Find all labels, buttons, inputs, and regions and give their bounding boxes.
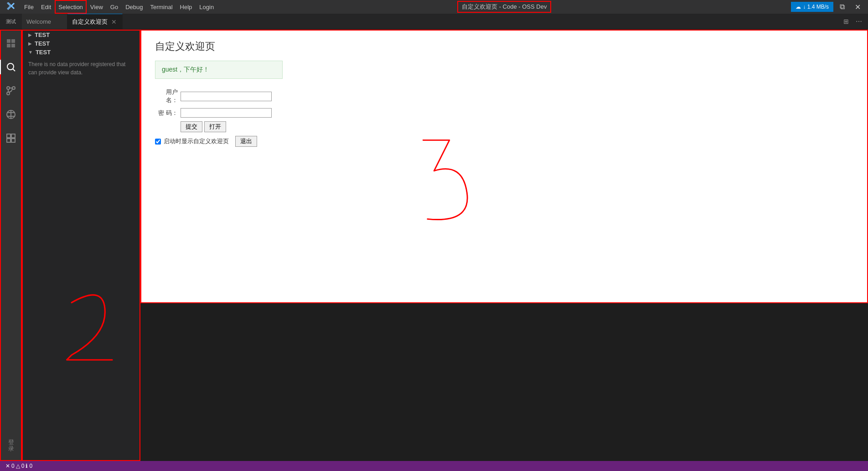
tab-actions: ⊞ ⋯	[841, 16, 868, 27]
warning-icon: △	[16, 463, 20, 469]
password-input[interactable]	[181, 108, 272, 118]
show-welcome-label[interactable]: 启动时显示自定义欢迎页	[164, 137, 229, 145]
svg-rect-11	[7, 139, 10, 142]
logout-button[interactable]: 退出	[235, 136, 257, 147]
sidebar-item-explorer[interactable]	[0, 32, 22, 54]
svg-point-2	[7, 87, 10, 89]
sidebar-panel: ▶ TEST ▶ TEST ▼ TEST There is no data pr…	[22, 30, 140, 461]
svg-rect-9	[7, 134, 10, 138]
sidebar-item-source-control[interactable]	[0, 80, 22, 102]
main-layout: 登 录 ▶ TEST ▶ TEST ▼ TEST There is no dat…	[0, 30, 868, 461]
svg-point-0	[7, 63, 14, 70]
activity-bottom: 登 录	[0, 435, 22, 460]
errors-indicator[interactable]: ✕ 0 △ 0 ℹ 0	[4, 463, 34, 469]
username-row: 用户名：	[155, 88, 853, 104]
sidebar-tree: ▶ TEST ▶ TEST ▼ TEST There is no data pr…	[23, 31, 140, 245]
error-count: 0	[11, 463, 15, 469]
greeting-box: guest，下午好！	[155, 61, 283, 79]
tree-label-0: TEST	[35, 31, 50, 38]
statusbar-left: ✕ 0 △ 0 ℹ 0	[4, 463, 34, 469]
account-line2: 录	[8, 445, 14, 452]
activity-bar: 登 录	[0, 30, 22, 461]
tab-custom-welcome[interactable]: 自定义欢迎页 ✕	[67, 14, 123, 29]
tree-arrow-0: ▶	[28, 32, 32, 37]
network-speed-button[interactable]: ☁ ↓ 1.4 MB/s	[791, 2, 833, 12]
close-button[interactable]: ✕	[851, 0, 864, 14]
tree-item-0[interactable]: ▶ TEST	[23, 31, 140, 39]
tab-welcome[interactable]: Welcome	[22, 14, 67, 29]
error-icon: ✕	[5, 463, 10, 469]
app-logo	[0, 2, 21, 11]
menu-edit[interactable]: Edit	[37, 0, 55, 14]
titlebar: File Edit Selection View Go Debug Termin…	[0, 0, 868, 14]
submit-button[interactable]: 提交	[181, 121, 202, 132]
tree-label-2: TEST	[36, 49, 51, 56]
tree-label-1: TEST	[35, 40, 50, 47]
username-input[interactable]	[181, 92, 272, 101]
tree-item-1[interactable]: ▶ TEST	[23, 39, 140, 48]
tab-bar: 测试 Welcome 自定义欢迎页 ✕ ⊞ ⋯	[0, 14, 868, 30]
tab-custom-welcome-label: 自定义欢迎页	[72, 18, 108, 26]
sidebar-item-extensions[interactable]	[0, 127, 22, 149]
menu-terminal[interactable]: Terminal	[146, 0, 176, 14]
window-title: 自定义欢迎页 - Code - OSS Dev	[217, 1, 791, 13]
status-bar: ✕ 0 △ 0 ℹ 0	[0, 461, 868, 471]
info-count: 0	[29, 463, 32, 469]
no-data-message: There is no data provider registered tha…	[23, 57, 140, 80]
cloud-icon: ☁	[796, 4, 801, 10]
sidebar-title: 测试	[0, 18, 22, 25]
editor-area: 自定义欢迎页 guest，下午好！ 用户名： 密 码： 提交 打开 启动时显示自…	[140, 30, 868, 461]
warning-count: 0	[21, 463, 25, 469]
network-speed-text: ↓ 1.4 MB/s	[803, 4, 829, 10]
more-actions-button[interactable]: ⋯	[853, 16, 864, 27]
show-welcome-checkbox[interactable]	[155, 139, 161, 145]
tree-arrow-1: ▶	[28, 41, 32, 46]
menu-help[interactable]: Help	[176, 0, 196, 14]
restore-button[interactable]: ⧉	[835, 0, 849, 14]
sidebar-item-debug[interactable]	[0, 104, 22, 125]
svg-line-1	[13, 69, 16, 72]
account-line1: 登	[8, 439, 14, 445]
welcome-panel: 自定义欢迎页 guest，下午好！ 用户名： 密 码： 提交 打开 启动时显示自…	[140, 30, 868, 303]
welcome-page-title: 自定义欢迎页	[155, 40, 853, 53]
password-row: 密 码：	[155, 108, 853, 118]
menu-go[interactable]: Go	[107, 0, 122, 14]
checkbox-row: 启动时显示自定义欢迎页 退出	[155, 136, 853, 147]
tree-arrow-2: ▼	[28, 50, 33, 55]
username-label: 用户名：	[155, 88, 178, 104]
sidebar-drawing	[23, 245, 140, 460]
tab-welcome-label: Welcome	[26, 18, 51, 25]
open-button[interactable]: 打开	[204, 121, 226, 132]
svg-rect-12	[11, 139, 15, 142]
svg-rect-10	[11, 134, 15, 138]
tab-close-button[interactable]: ✕	[110, 18, 118, 26]
split-editor-button[interactable]: ⊞	[841, 16, 852, 27]
sidebar-item-search[interactable]	[0, 56, 22, 78]
info-icon: ℹ	[26, 463, 28, 469]
title-text: 自定义欢迎页 - Code - OSS Dev	[457, 1, 551, 13]
form-buttons: 提交 打开	[181, 121, 853, 132]
tree-item-2[interactable]: ▼ TEST	[23, 48, 140, 57]
menu-view[interactable]: View	[87, 0, 107, 14]
menu-login[interactable]: Login	[196, 0, 217, 14]
password-label: 密 码：	[155, 109, 178, 117]
menu-debug[interactable]: Debug	[122, 0, 146, 14]
menu-bar: File Edit Selection View Go Debug Termin…	[21, 0, 217, 14]
window-controls: ☁ ↓ 1.4 MB/s ⧉ ✕	[791, 0, 864, 14]
menu-selection[interactable]: Selection	[55, 0, 86, 14]
menu-file[interactable]: File	[21, 0, 37, 14]
sidebar-item-account[interactable]: 登 录	[0, 435, 22, 456]
